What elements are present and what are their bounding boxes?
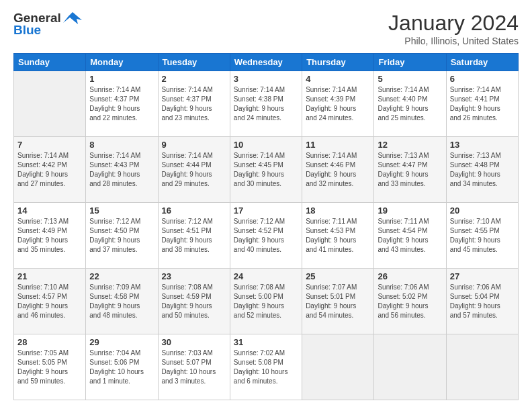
day-info: Sunrise: 7:14 AM Sunset: 4:38 PM Dayligh… <box>234 85 298 123</box>
month-title: January 2024 <box>388 11 519 36</box>
day-info: Sunrise: 7:08 AM Sunset: 4:59 PM Dayligh… <box>162 283 226 320</box>
day-info: Sunrise: 7:04 AM Sunset: 5:06 PM Dayligh… <box>89 349 154 386</box>
week-row-2: 7Sunrise: 7:14 AM Sunset: 4:42 PM Daylig… <box>14 137 519 203</box>
col-monday: Monday <box>86 54 158 71</box>
table-cell: 14Sunrise: 7:13 AM Sunset: 4:49 PM Dayli… <box>14 203 86 269</box>
day-number: 27 <box>450 271 515 281</box>
day-info: Sunrise: 7:14 AM Sunset: 4:44 PM Dayligh… <box>162 151 226 189</box>
week-row-5: 28Sunrise: 7:05 AM Sunset: 5:05 PM Dayli… <box>14 334 519 400</box>
table-cell: 13Sunrise: 7:13 AM Sunset: 4:48 PM Dayli… <box>446 137 518 203</box>
table-cell: 9Sunrise: 7:14 AM Sunset: 4:44 PM Daylig… <box>158 137 230 203</box>
day-number: 16 <box>162 205 226 216</box>
day-info: Sunrise: 7:14 AM Sunset: 4:37 PM Dayligh… <box>89 85 154 123</box>
day-number: 25 <box>306 271 370 281</box>
day-number: 18 <box>306 205 370 216</box>
logo-bird-icon <box>63 11 82 26</box>
table-cell: 29Sunrise: 7:04 AM Sunset: 5:06 PM Dayli… <box>86 334 158 400</box>
table-cell: 5Sunrise: 7:14 AM Sunset: 4:40 PM Daylig… <box>374 71 446 137</box>
table-cell: 26Sunrise: 7:06 AM Sunset: 5:02 PM Dayli… <box>374 269 446 334</box>
day-info: Sunrise: 7:11 AM Sunset: 4:54 PM Dayligh… <box>378 217 442 255</box>
day-number: 7 <box>17 140 82 150</box>
day-number: 26 <box>378 271 442 281</box>
day-info: Sunrise: 7:14 AM Sunset: 4:45 PM Dayligh… <box>234 151 298 189</box>
col-sunday: Sunday <box>14 54 86 71</box>
day-info: Sunrise: 7:08 AM Sunset: 5:00 PM Dayligh… <box>234 283 298 320</box>
day-number: 28 <box>17 337 82 347</box>
day-number: 6 <box>450 74 515 84</box>
table-cell: 15Sunrise: 7:12 AM Sunset: 4:50 PM Dayli… <box>86 203 158 269</box>
week-row-3: 14Sunrise: 7:13 AM Sunset: 4:49 PM Dayli… <box>14 203 519 269</box>
table-cell: 21Sunrise: 7:10 AM Sunset: 4:57 PM Dayli… <box>14 269 86 334</box>
title-block: January 2024 Philo, Illinois, United Sta… <box>388 11 519 46</box>
table-cell: 31Sunrise: 7:02 AM Sunset: 5:08 PM Dayli… <box>230 334 302 400</box>
col-saturday: Saturday <box>446 54 518 71</box>
day-info: Sunrise: 7:06 AM Sunset: 5:02 PM Dayligh… <box>378 283 442 320</box>
table-cell: 22Sunrise: 7:09 AM Sunset: 4:58 PM Dayli… <box>86 269 158 334</box>
header-row: Sunday Monday Tuesday Wednesday Thursday… <box>14 54 519 71</box>
table-cell: 7Sunrise: 7:14 AM Sunset: 4:42 PM Daylig… <box>14 137 86 203</box>
table-cell: 16Sunrise: 7:12 AM Sunset: 4:51 PM Dayli… <box>158 203 230 269</box>
day-info: Sunrise: 7:12 AM Sunset: 4:52 PM Dayligh… <box>234 217 298 255</box>
day-info: Sunrise: 7:12 AM Sunset: 4:50 PM Dayligh… <box>89 217 154 255</box>
page: General Blue January 2024 Philo, Illinoi… <box>0 0 532 411</box>
col-thursday: Thursday <box>302 54 374 71</box>
table-cell: 24Sunrise: 7:08 AM Sunset: 5:00 PM Dayli… <box>230 269 302 334</box>
calendar-table: Sunday Monday Tuesday Wednesday Thursday… <box>13 53 519 400</box>
table-cell: 18Sunrise: 7:11 AM Sunset: 4:53 PM Dayli… <box>302 203 374 269</box>
day-number: 24 <box>234 271 298 281</box>
table-cell: 19Sunrise: 7:11 AM Sunset: 4:54 PM Dayli… <box>374 203 446 269</box>
day-number: 11 <box>306 140 370 150</box>
week-row-1: 1Sunrise: 7:14 AM Sunset: 4:37 PM Daylig… <box>14 71 519 137</box>
day-number: 5 <box>378 74 442 84</box>
day-info: Sunrise: 7:05 AM Sunset: 5:05 PM Dayligh… <box>17 349 82 386</box>
day-info: Sunrise: 7:14 AM Sunset: 4:41 PM Dayligh… <box>450 85 515 123</box>
table-cell: 8Sunrise: 7:14 AM Sunset: 4:43 PM Daylig… <box>86 137 158 203</box>
table-cell <box>446 334 518 400</box>
day-info: Sunrise: 7:13 AM Sunset: 4:48 PM Dayligh… <box>450 151 515 189</box>
day-number: 20 <box>450 205 515 216</box>
day-info: Sunrise: 7:10 AM Sunset: 4:55 PM Dayligh… <box>450 217 515 255</box>
day-number: 15 <box>89 205 154 216</box>
day-number: 22 <box>89 271 154 281</box>
day-number: 10 <box>234 140 298 150</box>
day-info: Sunrise: 7:14 AM Sunset: 4:37 PM Dayligh… <box>162 85 226 123</box>
header: General Blue January 2024 Philo, Illinoi… <box>13 11 519 46</box>
day-info: Sunrise: 7:14 AM Sunset: 4:39 PM Dayligh… <box>306 85 370 123</box>
day-info: Sunrise: 7:13 AM Sunset: 4:49 PM Dayligh… <box>17 217 82 255</box>
day-info: Sunrise: 7:03 AM Sunset: 5:07 PM Dayligh… <box>162 349 226 386</box>
day-info: Sunrise: 7:11 AM Sunset: 4:53 PM Dayligh… <box>306 217 370 255</box>
day-number: 2 <box>162 74 226 84</box>
table-cell: 6Sunrise: 7:14 AM Sunset: 4:41 PM Daylig… <box>446 71 518 137</box>
table-cell: 2Sunrise: 7:14 AM Sunset: 4:37 PM Daylig… <box>158 71 230 137</box>
day-info: Sunrise: 7:14 AM Sunset: 4:43 PM Dayligh… <box>89 151 154 189</box>
day-info: Sunrise: 7:07 AM Sunset: 5:01 PM Dayligh… <box>306 283 370 320</box>
day-info: Sunrise: 7:14 AM Sunset: 4:46 PM Dayligh… <box>306 151 370 189</box>
location-subtitle: Philo, Illinois, United States <box>388 36 519 46</box>
table-cell <box>302 334 374 400</box>
day-number: 1 <box>89 74 154 84</box>
table-cell: 20Sunrise: 7:10 AM Sunset: 4:55 PM Dayli… <box>446 203 518 269</box>
table-cell: 11Sunrise: 7:14 AM Sunset: 4:46 PM Dayli… <box>302 137 374 203</box>
table-cell <box>374 334 446 400</box>
logo: General Blue <box>13 11 82 38</box>
table-cell: 30Sunrise: 7:03 AM Sunset: 5:07 PM Dayli… <box>158 334 230 400</box>
table-cell: 1Sunrise: 7:14 AM Sunset: 4:37 PM Daylig… <box>86 71 158 137</box>
day-number: 19 <box>378 205 442 216</box>
day-info: Sunrise: 7:09 AM Sunset: 4:58 PM Dayligh… <box>89 283 154 320</box>
day-number: 14 <box>17 205 82 216</box>
day-number: 3 <box>234 74 298 84</box>
day-number: 13 <box>450 140 515 150</box>
day-info: Sunrise: 7:10 AM Sunset: 4:57 PM Dayligh… <box>17 283 82 320</box>
table-cell: 23Sunrise: 7:08 AM Sunset: 4:59 PM Dayli… <box>158 269 230 334</box>
table-cell: 3Sunrise: 7:14 AM Sunset: 4:38 PM Daylig… <box>230 71 302 137</box>
table-cell: 27Sunrise: 7:06 AM Sunset: 5:04 PM Dayli… <box>446 269 518 334</box>
table-cell: 12Sunrise: 7:13 AM Sunset: 4:47 PM Dayli… <box>374 137 446 203</box>
col-tuesday: Tuesday <box>158 54 230 71</box>
day-info: Sunrise: 7:13 AM Sunset: 4:47 PM Dayligh… <box>378 151 442 189</box>
table-cell <box>14 71 86 137</box>
day-number: 9 <box>162 140 226 150</box>
day-info: Sunrise: 7:14 AM Sunset: 4:42 PM Dayligh… <box>17 151 82 189</box>
day-number: 8 <box>89 140 154 150</box>
col-friday: Friday <box>374 54 446 71</box>
table-cell: 17Sunrise: 7:12 AM Sunset: 4:52 PM Dayli… <box>230 203 302 269</box>
